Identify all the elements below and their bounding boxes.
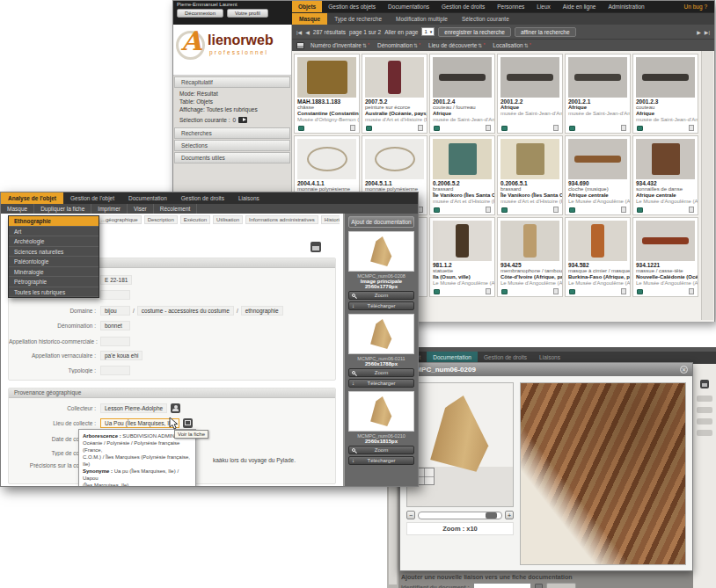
basket-icon[interactable] xyxy=(434,207,440,213)
record-tab[interactable]: Historique de l'objet xyxy=(321,215,340,224)
next-page-icon[interactable]: ▶ xyxy=(697,29,701,35)
record-tab[interactable]: ...géographique xyxy=(98,215,142,224)
first-page-icon[interactable]: |◀ xyxy=(296,29,302,35)
sidebar-accordion[interactable]: Recherches xyxy=(174,127,290,139)
record-toolbar-item[interactable]: Imprimer xyxy=(91,204,128,214)
record-toolbar-item[interactable]: Dupliquer la fiche xyxy=(34,204,91,214)
menu-item[interactable]: Administration xyxy=(602,1,650,12)
sort-button[interactable]: Numéro d'inventaire ⇅* xyxy=(311,42,369,48)
refine-search-button[interactable]: affiner la recherche xyxy=(515,27,576,37)
record-menu-item[interactable]: Documentation xyxy=(121,192,174,204)
record-toolbar-item[interactable]: Masque xyxy=(1,204,34,214)
record-toolbar-item[interactable]: Viser xyxy=(128,204,154,214)
collector-field[interactable]: Lesson Pierre-Adolphe xyxy=(100,403,167,413)
domain-value[interactable]: bijou xyxy=(100,306,130,316)
object-card[interactable]: 934.432 sonnailles de danse Afrique cent… xyxy=(632,135,698,215)
basket-icon[interactable] xyxy=(637,289,643,294)
menu-item[interactable]: Lieux xyxy=(530,1,557,12)
basket-icon[interactable] xyxy=(501,289,508,294)
save-record-icon[interactable] xyxy=(311,242,321,252)
collect-place-field[interactable]: Ua Pou (Îles Marquises, île) xyxy=(100,418,179,428)
vernacular-name-field[interactable]: pa'e koua ehi xyxy=(100,351,142,360)
sidebar-accordion[interactable]: Sélections xyxy=(174,140,290,151)
doc-zoom-button[interactable]: Zoom xyxy=(348,368,414,377)
image-preview[interactable] xyxy=(406,382,514,507)
sort-button[interactable]: Localisation ⇅* xyxy=(493,42,530,48)
menu-item[interactable]: Documentations xyxy=(382,1,435,12)
basket-icon[interactable] xyxy=(569,289,575,294)
zoom-slider-handle[interactable] xyxy=(486,512,497,519)
domain-value[interactable]: costume - accessoires du costume xyxy=(137,306,234,316)
doc-download-button[interactable]: ↓Télécharger xyxy=(348,379,414,388)
object-card[interactable]: 2001.2.4 couteau / fourreau Afrique musé… xyxy=(429,54,495,134)
object-card[interactable]: 0.2006.5.2 brassard Île Vanikoro (Îles S… xyxy=(429,135,495,215)
zoom-in-button[interactable]: + xyxy=(505,511,514,519)
lookup-icon[interactable] xyxy=(535,584,543,588)
save-search-button[interactable]: enregistrer la recherche xyxy=(438,27,511,37)
view-record-icon[interactable] xyxy=(183,418,193,428)
record-menu-item[interactable]: Gestion de l'objet xyxy=(63,192,121,204)
print-icon[interactable] xyxy=(296,42,304,49)
object-card[interactable]: 934.582 masque à cimier / masque tex... … xyxy=(565,217,631,297)
dialog-titlebar[interactable]: MCMPC_num06-0209 ✕ xyxy=(400,363,692,376)
basket-icon[interactable] xyxy=(637,207,643,213)
document-icon[interactable] xyxy=(486,207,491,213)
save-icon[interactable] xyxy=(700,380,709,388)
document-icon[interactable] xyxy=(621,207,626,213)
document-icon[interactable] xyxy=(689,288,694,294)
close-icon[interactable]: ✕ xyxy=(680,366,688,374)
last-page-icon[interactable]: ▶| xyxy=(705,29,710,35)
dropdown-item[interactable]: Paléontologie xyxy=(9,257,99,267)
object-card[interactable]: 2001.2.1 Afrique musée de Saint-Jean-d'A… xyxy=(565,54,631,134)
domain-value[interactable]: ethnographie xyxy=(241,306,283,316)
basket-icon[interactable] xyxy=(434,289,440,294)
basket-icon[interactable] xyxy=(569,207,575,213)
subtab[interactable]: Masque xyxy=(292,13,327,25)
record-menu-item[interactable]: Gestion de droits xyxy=(174,192,231,204)
logout-button[interactable]: Déconnexion xyxy=(177,9,223,18)
document-icon[interactable] xyxy=(553,288,559,294)
menu-item[interactable]: Aide en ligne xyxy=(557,1,603,12)
historic-name-field[interactable] xyxy=(100,337,130,346)
provenance-section-header[interactable]: Provenance géographique xyxy=(9,388,335,398)
document-icon[interactable] xyxy=(418,125,423,131)
doc-download-button[interactable]: ↓Télécharger xyxy=(348,456,414,465)
document-icon[interactable] xyxy=(689,207,694,213)
menu-item[interactable]: Gestion des objets xyxy=(322,1,382,12)
basket-icon[interactable] xyxy=(298,126,304,131)
dropdown-item[interactable]: Pétrographie xyxy=(9,277,99,287)
doc-download-button[interactable]: ↓Télécharger xyxy=(348,301,414,310)
object-card[interactable]: 2007.5.2 peinture sur écorce Australie (… xyxy=(362,54,427,134)
selection-go-icon[interactable] xyxy=(238,117,247,123)
menu-item[interactable]: Personnes xyxy=(491,1,530,12)
prev-page-icon[interactable]: ◀ xyxy=(305,29,310,35)
record-menu-item[interactable]: Analyse de l'objet xyxy=(1,192,63,204)
dropdown-item[interactable]: Minéralogie xyxy=(9,267,99,278)
document-icon[interactable] xyxy=(689,125,694,131)
document-id-input[interactable] xyxy=(473,583,531,588)
sidebar-accordion[interactable]: Documents utiles xyxy=(174,152,290,163)
sort-button[interactable]: Lieu de découverte ⇅* xyxy=(428,42,485,48)
subtab[interactable]: Sélection courante xyxy=(455,13,516,25)
document-icon[interactable] xyxy=(621,125,626,131)
record-tab[interactable]: Utilisation xyxy=(213,215,243,224)
doc-zoom-button[interactable]: Zoom xyxy=(348,446,414,454)
recap-header[interactable]: Récapitulatif xyxy=(174,76,290,88)
basket-icon[interactable] xyxy=(569,126,575,131)
dropdown-item[interactable]: Sciences naturelles xyxy=(9,247,99,258)
profile-button[interactable]: Votre profil xyxy=(227,9,268,18)
zoom-out-button[interactable]: − xyxy=(406,511,415,519)
subtab[interactable]: Type de recherche xyxy=(327,13,389,25)
document-id-label[interactable]: Identifiant du document : xyxy=(401,584,470,588)
person-icon[interactable] xyxy=(171,403,180,413)
object-card[interactable]: 934.1221 massue / casse-tête Nouvelle-Ca… xyxy=(632,217,698,297)
results-scrollbar[interactable] xyxy=(701,51,713,320)
object-card[interactable]: 0.2006.5.1 brassard Île Vanikoro (Îles S… xyxy=(497,135,563,215)
document-icon[interactable] xyxy=(486,125,491,131)
basket-icon[interactable] xyxy=(366,126,372,131)
record-menu-item[interactable]: Liaisons xyxy=(231,192,267,204)
zoom-slider[interactable] xyxy=(418,512,502,519)
doc-thumbnail[interactable] xyxy=(348,314,414,354)
record-tab[interactable]: Exécution xyxy=(180,215,210,224)
object-card[interactable]: 934.425 membranophone / tambour Côte-d'I… xyxy=(497,217,563,297)
